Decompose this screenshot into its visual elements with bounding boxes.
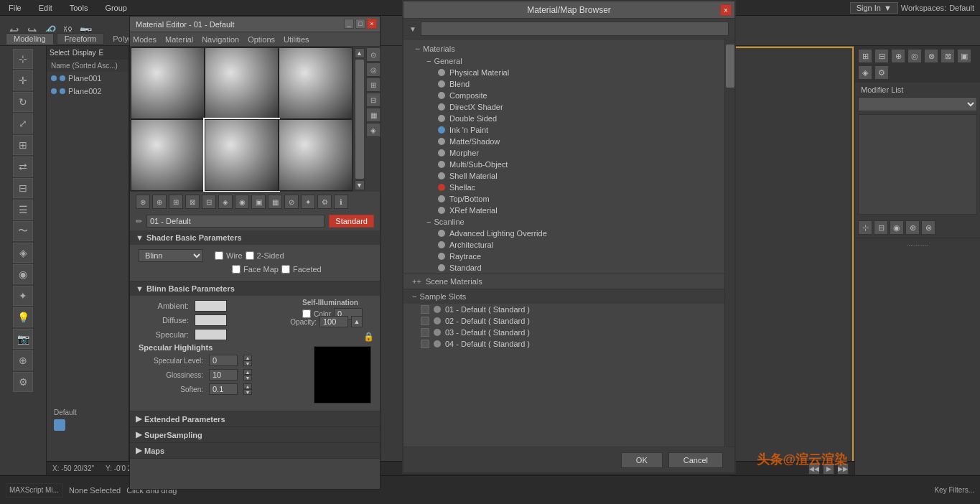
standard-button[interactable]: Standard xyxy=(329,215,374,228)
mat-sphere-3[interactable] xyxy=(279,47,353,119)
sphere-tool-1[interactable]: ⊙ xyxy=(366,47,381,62)
spec-level-up[interactable]: ▲ xyxy=(243,355,252,360)
menu-group[interactable]: Group xyxy=(102,2,130,14)
mirror-tool[interactable]: ⇄ xyxy=(13,157,33,177)
scene-item-plane002[interactable]: Plane002 xyxy=(47,85,129,98)
light-tool[interactable]: 💡 xyxy=(13,307,33,327)
item-shellac[interactable]: Shellac xyxy=(421,182,734,193)
menu-tools[interactable]: Tools xyxy=(67,2,91,14)
mat-menu-navigation[interactable]: Navigation xyxy=(202,35,239,44)
sphere-scrollbar[interactable] xyxy=(355,60,364,179)
scene-select-btn[interactable]: Select xyxy=(50,49,70,57)
mat-tool-assign[interactable]: ⊞ xyxy=(169,195,183,209)
item-morpher[interactable]: Morpher xyxy=(421,147,734,159)
mod-btn-1[interactable]: ⊹ xyxy=(858,220,872,235)
sphere-tool-4[interactable]: ⊟ xyxy=(366,93,381,107)
item-ink-paint[interactable]: Ink 'n Paint xyxy=(421,124,734,136)
item-architectural[interactable]: Architectural xyxy=(421,239,734,251)
spec-level-down[interactable]: ▼ xyxy=(243,360,252,366)
scene-display-btn[interactable]: Display xyxy=(73,49,96,57)
item-standard[interactable]: Standard xyxy=(421,262,734,274)
rp-btn-4[interactable]: ◎ xyxy=(907,49,922,63)
helper-tool[interactable]: ⊕ xyxy=(13,350,33,370)
play-btn[interactable]: ▶ xyxy=(823,463,834,475)
item-directx-shader[interactable]: DirectX Shader xyxy=(421,101,734,113)
mat-tool-unique[interactable]: ◈ xyxy=(218,195,233,209)
mod-btn-2[interactable]: ⊟ xyxy=(874,220,888,235)
materials-group-header[interactable]: − Materials xyxy=(409,42,734,55)
rotate-tool[interactable]: ↻ xyxy=(13,92,33,112)
mat-close-btn[interactable]: × xyxy=(367,19,377,29)
sample-slot-1[interactable]: 01 - Default ( Standard ) xyxy=(403,304,734,315)
system-tool[interactable]: ⚙ xyxy=(13,372,33,392)
render-tool[interactable]: ◈ xyxy=(13,243,33,263)
glossiness-down[interactable]: ▼ xyxy=(243,375,252,381)
mat-sphere-6[interactable] xyxy=(279,119,353,191)
soften-input[interactable] xyxy=(209,383,238,395)
item-physical-material[interactable]: Physical Material xyxy=(421,67,734,78)
align-tool[interactable]: ⊟ xyxy=(13,178,33,198)
blinn-section-header[interactable]: ▼ Blinn Basic Parameters xyxy=(130,281,380,296)
item-blend[interactable]: Blend xyxy=(421,78,734,90)
map-browser-search-input[interactable] xyxy=(421,22,729,36)
extended-params-header[interactable]: ▶ Extended Parameters xyxy=(130,411,380,426)
supersampling-header[interactable]: ▶ SuperSampling xyxy=(130,427,380,442)
sample-slot-3-checkbox[interactable] xyxy=(421,328,429,337)
rp-btn-1[interactable]: ⊞ xyxy=(858,49,872,63)
move-tool[interactable]: ✛ xyxy=(13,70,33,90)
item-top-bottom[interactable]: Top/Bottom xyxy=(421,193,734,205)
layer-tool[interactable]: ☰ xyxy=(13,200,33,220)
mat-tool-info[interactable]: ℹ xyxy=(334,195,348,209)
mat-tool-put[interactable]: ⊕ xyxy=(152,195,167,209)
scene-item-plane001[interactable]: Plane001 xyxy=(47,72,129,85)
rp-btn-3[interactable]: ⊕ xyxy=(891,49,905,63)
sphere-scroll-down[interactable]: ▼ xyxy=(355,180,365,190)
spec-level-input[interactable] xyxy=(209,355,238,366)
menu-edit[interactable]: Edit xyxy=(36,2,55,14)
scene-sort-bar[interactable]: Name (Sorted Asc...) xyxy=(47,60,129,72)
mod-btn-4[interactable]: ⊕ xyxy=(905,220,920,235)
curve-tool[interactable]: 〜 xyxy=(13,221,33,241)
mat-tool-get[interactable]: ⊗ xyxy=(136,195,150,209)
material-name-input[interactable] xyxy=(146,215,325,228)
sample-slot-4-checkbox[interactable] xyxy=(421,340,429,348)
rp-btn-7[interactable]: ▣ xyxy=(957,49,971,63)
shader-type-select[interactable]: Blinn xyxy=(139,249,203,262)
opacity-value[interactable] xyxy=(319,316,348,327)
mat-menu-utilities[interactable]: Utilities xyxy=(284,35,309,44)
tab-modeling[interactable]: Modeling xyxy=(6,33,54,45)
mat-tool-clear[interactable]: ⊘ xyxy=(284,195,299,209)
sphere-scroll-up[interactable]: ▲ xyxy=(355,48,365,58)
maps-header[interactable]: ▶ Maps xyxy=(130,443,380,458)
mat-tool-options[interactable]: ⚙ xyxy=(317,195,332,209)
mat-tool-reset[interactable]: ⊠ xyxy=(185,195,200,209)
camera-tool[interactable]: 📷 xyxy=(13,329,33,349)
mat-menu-material[interactable]: Material xyxy=(165,35,193,44)
scale-tool[interactable]: ⤢ xyxy=(13,113,33,134)
mat-sphere-1[interactable] xyxy=(131,47,205,119)
snap-tool[interactable]: ⊞ xyxy=(13,135,33,155)
mat-tool-show[interactable]: ▣ xyxy=(251,195,266,209)
soften-down[interactable]: ▼ xyxy=(243,389,252,395)
mod-btn-3[interactable]: ◉ xyxy=(890,220,904,235)
rp-btn-9[interactable]: ⚙ xyxy=(874,65,889,80)
sample-slot-3[interactable]: 03 - Default ( Standard ) xyxy=(403,327,734,338)
prev-frame-btn[interactable]: ◀◀ xyxy=(808,463,820,475)
maxscript-mini[interactable]: MAXScript Mi... xyxy=(6,483,63,498)
sphere-tool-6[interactable]: ◈ xyxy=(366,123,381,137)
item-double-sided[interactable]: Double Sided xyxy=(421,113,734,124)
glossiness-up[interactable]: ▲ xyxy=(243,369,252,375)
item-matte-shadow[interactable]: Matte/Shadow xyxy=(421,136,734,147)
rp-btn-2[interactable]: ⊟ xyxy=(874,49,889,63)
sphere-tool-2[interactable]: ◎ xyxy=(366,62,381,77)
soften-up[interactable]: ▲ xyxy=(243,383,252,389)
menu-file[interactable]: File xyxy=(6,2,24,14)
create-tool[interactable]: ✦ xyxy=(13,286,33,306)
tab-freeform[interactable]: Freeform xyxy=(57,33,105,45)
rp-btn-8[interactable]: ◈ xyxy=(858,65,872,80)
mod-btn-5[interactable]: ⊗ xyxy=(921,220,935,235)
mat-tool-pick[interactable]: ✦ xyxy=(301,195,315,209)
sign-in-button[interactable]: Sign In ▼ xyxy=(850,2,898,14)
next-frame-btn[interactable]: ▶▶ xyxy=(837,463,849,475)
faceted-checkbox[interactable] xyxy=(281,265,290,274)
